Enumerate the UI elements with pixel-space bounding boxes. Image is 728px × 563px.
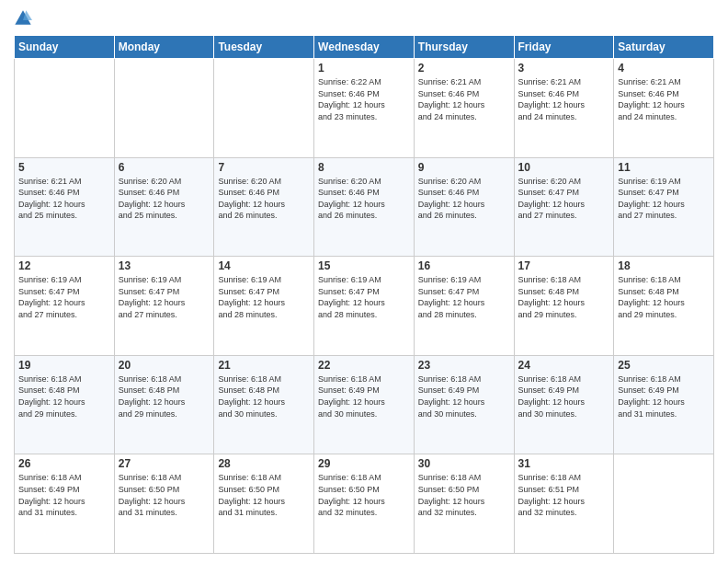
day-info: Sunrise: 6:22 AM Sunset: 6:46 PM Dayligh… [318,76,410,122]
logo [14,9,32,28]
calendar-cell: 4Sunrise: 6:21 AM Sunset: 6:46 PM Daylig… [614,59,714,158]
day-info: Sunrise: 6:18 AM Sunset: 6:48 PM Dayligh… [618,274,710,320]
header [14,9,714,28]
day-info: Sunrise: 6:19 AM Sunset: 6:47 PM Dayligh… [18,274,110,320]
week-row-1: 1Sunrise: 6:22 AM Sunset: 6:46 PM Daylig… [15,59,714,158]
calendar-cell: 14Sunrise: 6:19 AM Sunset: 6:47 PM Dayli… [214,257,314,356]
calendar-cell: 15Sunrise: 6:19 AM Sunset: 6:47 PM Dayli… [314,257,415,356]
day-info: Sunrise: 6:21 AM Sunset: 6:46 PM Dayligh… [18,176,110,222]
day-number: 22 [318,359,410,372]
day-info: Sunrise: 6:19 AM Sunset: 6:47 PM Dayligh… [618,176,710,222]
week-row-4: 19Sunrise: 6:18 AM Sunset: 6:48 PM Dayli… [15,355,714,454]
day-number: 15 [318,259,410,272]
day-info: Sunrise: 6:19 AM Sunset: 6:47 PM Dayligh… [318,274,410,320]
day-number: 7 [218,161,310,174]
day-number: 27 [119,457,210,470]
day-info: Sunrise: 6:21 AM Sunset: 6:46 PM Dayligh… [618,76,710,122]
calendar-cell: 10Sunrise: 6:20 AM Sunset: 6:47 PM Dayli… [514,157,614,257]
day-number: 31 [518,457,610,470]
day-number: 17 [518,259,610,272]
day-number: 6 [119,161,210,174]
day-info: Sunrise: 6:20 AM Sunset: 6:46 PM Dayligh… [119,176,210,222]
day-info: Sunrise: 6:18 AM Sunset: 6:48 PM Dayligh… [119,373,210,419]
calendar-cell: 6Sunrise: 6:20 AM Sunset: 6:46 PM Daylig… [114,157,214,257]
calendar-cell: 13Sunrise: 6:19 AM Sunset: 6:47 PM Dayli… [114,257,214,356]
day-number: 12 [18,259,110,272]
calendar-cell: 27Sunrise: 6:18 AM Sunset: 6:50 PM Dayli… [114,454,214,554]
weekday-header-tuesday: Tuesday [214,36,314,59]
day-info: Sunrise: 6:18 AM Sunset: 6:50 PM Dayligh… [318,472,410,518]
day-number: 8 [318,161,410,174]
day-info: Sunrise: 6:18 AM Sunset: 6:48 PM Dayligh… [218,373,310,419]
calendar-cell [214,59,314,158]
calendar-table: SundayMondayTuesdayWednesdayThursdayFrid… [14,35,714,554]
day-number: 29 [318,457,410,470]
day-info: Sunrise: 6:20 AM Sunset: 6:46 PM Dayligh… [218,176,310,222]
weekday-header-monday: Monday [114,36,214,59]
day-number: 13 [119,259,210,272]
calendar-cell: 22Sunrise: 6:18 AM Sunset: 6:49 PM Dayli… [314,355,415,454]
day-info: Sunrise: 6:18 AM Sunset: 6:50 PM Dayligh… [418,472,510,518]
calendar-cell: 1Sunrise: 6:22 AM Sunset: 6:46 PM Daylig… [314,59,415,158]
calendar-cell: 17Sunrise: 6:18 AM Sunset: 6:48 PM Dayli… [514,257,614,356]
day-info: Sunrise: 6:19 AM Sunset: 6:47 PM Dayligh… [119,274,210,320]
day-number: 14 [218,259,310,272]
calendar-cell: 29Sunrise: 6:18 AM Sunset: 6:50 PM Dayli… [314,454,415,554]
week-row-2: 5Sunrise: 6:21 AM Sunset: 6:46 PM Daylig… [15,157,714,257]
day-info: Sunrise: 6:18 AM Sunset: 6:50 PM Dayligh… [218,472,310,518]
day-info: Sunrise: 6:18 AM Sunset: 6:49 PM Dayligh… [618,373,710,419]
calendar-cell: 9Sunrise: 6:20 AM Sunset: 6:46 PM Daylig… [414,157,514,257]
calendar-cell: 25Sunrise: 6:18 AM Sunset: 6:49 PM Dayli… [614,355,714,454]
calendar-cell: 21Sunrise: 6:18 AM Sunset: 6:48 PM Dayli… [214,355,314,454]
day-number: 1 [318,62,410,75]
day-info: Sunrise: 6:19 AM Sunset: 6:47 PM Dayligh… [418,274,510,320]
calendar-cell: 28Sunrise: 6:18 AM Sunset: 6:50 PM Dayli… [214,454,314,554]
calendar-cell: 16Sunrise: 6:19 AM Sunset: 6:47 PM Dayli… [414,257,514,356]
day-number: 9 [418,161,510,174]
calendar-cell: 31Sunrise: 6:18 AM Sunset: 6:51 PM Dayli… [514,454,614,554]
day-number: 20 [119,359,210,372]
day-info: Sunrise: 6:20 AM Sunset: 6:47 PM Dayligh… [518,176,610,222]
logo-icon [14,9,32,28]
day-info: Sunrise: 6:19 AM Sunset: 6:47 PM Dayligh… [218,274,310,320]
calendar-page: SundayMondayTuesdayWednesdayThursdayFrid… [0,0,728,563]
day-number: 19 [18,359,110,372]
day-number: 25 [618,359,710,372]
day-number: 3 [518,62,610,75]
calendar-cell: 23Sunrise: 6:18 AM Sunset: 6:49 PM Dayli… [414,355,514,454]
day-info: Sunrise: 6:20 AM Sunset: 6:46 PM Dayligh… [318,176,410,222]
calendar-cell: 18Sunrise: 6:18 AM Sunset: 6:48 PM Dayli… [614,257,714,356]
calendar-cell: 24Sunrise: 6:18 AM Sunset: 6:49 PM Dayli… [514,355,614,454]
day-info: Sunrise: 6:18 AM Sunset: 6:49 PM Dayligh… [518,373,610,419]
weekday-header-sunday: Sunday [15,36,115,59]
calendar-cell: 19Sunrise: 6:18 AM Sunset: 6:48 PM Dayli… [15,355,115,454]
day-number: 10 [518,161,610,174]
calendar-cell: 5Sunrise: 6:21 AM Sunset: 6:46 PM Daylig… [15,157,115,257]
calendar-cell: 7Sunrise: 6:20 AM Sunset: 6:46 PM Daylig… [214,157,314,257]
calendar-cell: 12Sunrise: 6:19 AM Sunset: 6:47 PM Dayli… [15,257,115,356]
day-info: Sunrise: 6:21 AM Sunset: 6:46 PM Dayligh… [418,76,510,122]
day-number: 24 [518,359,610,372]
weekday-header-thursday: Thursday [414,36,514,59]
calendar-cell: 11Sunrise: 6:19 AM Sunset: 6:47 PM Dayli… [614,157,714,257]
calendar-cell: 3Sunrise: 6:21 AM Sunset: 6:46 PM Daylig… [514,59,614,158]
day-number: 5 [18,161,110,174]
day-info: Sunrise: 6:18 AM Sunset: 6:48 PM Dayligh… [518,274,610,320]
weekday-header-saturday: Saturday [614,36,714,59]
day-info: Sunrise: 6:18 AM Sunset: 6:49 PM Dayligh… [318,373,410,419]
day-info: Sunrise: 6:21 AM Sunset: 6:46 PM Dayligh… [518,76,610,122]
day-info: Sunrise: 6:18 AM Sunset: 6:48 PM Dayligh… [18,373,110,419]
day-number: 23 [418,359,510,372]
day-info: Sunrise: 6:18 AM Sunset: 6:51 PM Dayligh… [518,472,610,518]
day-number: 18 [618,259,710,272]
week-row-3: 12Sunrise: 6:19 AM Sunset: 6:47 PM Dayli… [15,257,714,356]
day-info: Sunrise: 6:18 AM Sunset: 6:50 PM Dayligh… [119,472,210,518]
day-info: Sunrise: 6:18 AM Sunset: 6:49 PM Dayligh… [418,373,510,419]
calendar-cell [614,454,714,554]
calendar-cell [15,59,115,158]
calendar-cell: 8Sunrise: 6:20 AM Sunset: 6:46 PM Daylig… [314,157,415,257]
day-info: Sunrise: 6:18 AM Sunset: 6:49 PM Dayligh… [18,472,110,518]
week-row-5: 26Sunrise: 6:18 AM Sunset: 6:49 PM Dayli… [15,454,714,554]
day-number: 21 [218,359,310,372]
weekday-header-friday: Friday [514,36,614,59]
